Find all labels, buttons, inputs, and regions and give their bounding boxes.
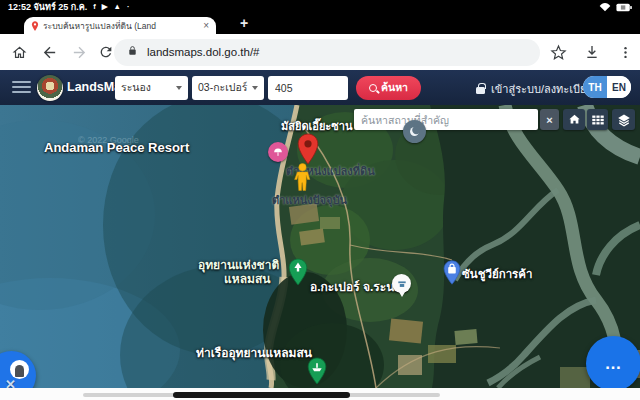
- province-select[interactable]: ระนอง: [115, 76, 188, 100]
- tab-close-button[interactable]: ×: [203, 21, 209, 31]
- layers-icon: [616, 112, 632, 128]
- grid-icon: [591, 114, 605, 126]
- lang-en-button[interactable]: EN: [607, 76, 631, 98]
- tab-pin-icon: [31, 17, 39, 35]
- lock-icon: [476, 87, 485, 94]
- dol-logo: [37, 75, 63, 101]
- login-link[interactable]: เข้าสู่ระบบ/ลงทะเบียน: [476, 80, 594, 98]
- reload-icon[interactable]: [97, 43, 115, 61]
- map-container: © 2022 Google × มัสยิดเอี๊ยะซาน Andaman …: [0, 105, 640, 388]
- map-home-button[interactable]: [563, 109, 585, 130]
- play-notification-icon: ▶: [102, 3, 108, 11]
- forward-icon[interactable]: [70, 43, 88, 61]
- map-search-clear-button[interactable]: ×: [540, 109, 559, 130]
- shop-pin[interactable]: [443, 259, 461, 290]
- map-grid-button[interactable]: [587, 109, 608, 130]
- language-toggle: TH EN: [583, 76, 631, 98]
- pier-pin[interactable]: [307, 357, 327, 388]
- lang-th-button[interactable]: TH: [583, 76, 607, 98]
- tab-title: ระบบค้นหารูปแปลงที่ดิน (Land: [43, 19, 199, 33]
- search-button[interactable]: ค้นหา: [356, 76, 421, 100]
- download-icon[interactable]: [583, 43, 601, 61]
- tab-strip: ระบบค้นหารูปแปลงที่ดิน (Land × +: [0, 14, 640, 34]
- lock-icon: [127, 43, 138, 61]
- facebook-notification-icon: f: [93, 3, 96, 11]
- home-icon: [567, 112, 582, 127]
- amphoe-select[interactable]: 03-กะเปอร์: [192, 76, 264, 100]
- chevron-down-icon: [176, 86, 182, 90]
- screen: 12:52 จันทร์ 25 ก.ค. f ▶ ▲ · ระบบค้นหารู…: [0, 0, 640, 400]
- back-icon[interactable]: [40, 43, 58, 61]
- url-text: landsmaps.dol.go.th/#: [147, 46, 260, 58]
- map-more-fab[interactable]: …: [586, 336, 640, 388]
- hamburger-menu-icon[interactable]: [12, 81, 31, 96]
- status-time-date: 12:52 จันทร์ 25 ก.ค.: [8, 0, 87, 14]
- chat-close-icon[interactable]: ✕: [5, 377, 16, 388]
- bookmark-star-icon[interactable]: [549, 43, 567, 61]
- menu-kebab-icon[interactable]: [616, 43, 634, 61]
- map-label-shop: ซันชูวีย์การค้า: [462, 265, 532, 283]
- chevron-down-icon: [252, 86, 258, 90]
- browser-toolbar: landsmaps.dol.go.th/#: [0, 34, 640, 70]
- resort-poi-icon[interactable]: [268, 142, 288, 162]
- pegman-streetview-icon[interactable]: [294, 163, 311, 195]
- vpn-notification-icon: ▲: [113, 3, 120, 11]
- national-park-pin[interactable]: [288, 258, 308, 290]
- district-poi-icon[interactable]: [392, 274, 411, 293]
- bottom-bar: [0, 388, 640, 400]
- url-bar[interactable]: landsmaps.dol.go.th/#: [114, 39, 540, 66]
- map-search-input[interactable]: [354, 109, 538, 130]
- landsmaps-header: LandsMaps ระนอง 03-กะเปอร์ ค้นหา เข้าสู่…: [0, 70, 640, 105]
- map-layers-button[interactable]: [612, 109, 635, 130]
- browser-tab[interactable]: ระบบค้นหารูปแปลงที่ดิน (Land ×: [24, 17, 216, 34]
- search-icon: [369, 84, 377, 92]
- scrollbar-thumb[interactable]: [173, 392, 350, 398]
- map-label-pier: ท่าเรืออุทยานแหลมสน: [196, 343, 312, 362]
- mosque-poi-icon[interactable]: [403, 120, 426, 143]
- status-bar: 12:52 จันทร์ 25 ก.ค. f ▶ ▲ ·: [0, 0, 640, 14]
- dot-notification-icon: ·: [127, 3, 130, 11]
- map-label-national-park-2: แหลมสน: [224, 269, 270, 288]
- parcel-number-input[interactable]: [268, 76, 348, 100]
- home-icon[interactable]: [10, 43, 28, 61]
- new-tab-button[interactable]: +: [240, 15, 248, 31]
- map-label-resort: Andaman Peace Resort: [44, 140, 189, 155]
